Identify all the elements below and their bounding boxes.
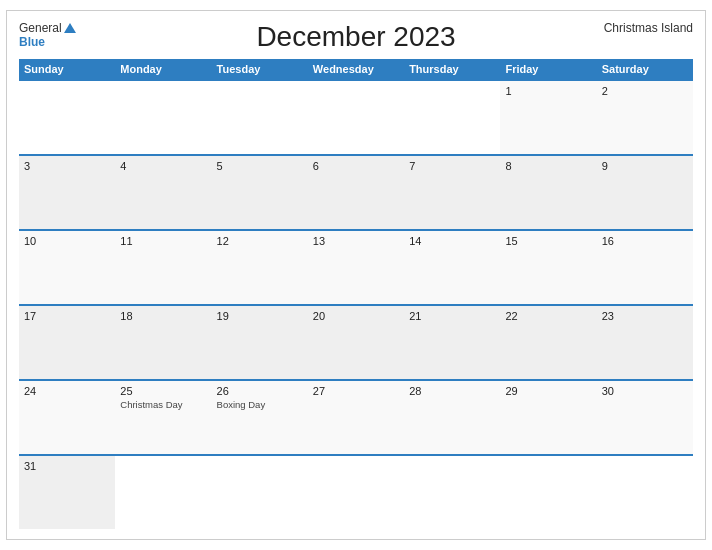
day-header-thursday: Thursday [404, 59, 500, 79]
day-cell [115, 456, 211, 529]
day-cell: 11 [115, 231, 211, 304]
day-cell: 31 [19, 456, 115, 529]
day-cell: 25Christmas Day [115, 381, 211, 454]
day-number: 1 [505, 85, 591, 97]
day-cell: 13 [308, 231, 404, 304]
calendar-region: Christmas Island [604, 21, 693, 35]
day-number: 24 [24, 385, 110, 397]
day-number: 6 [313, 160, 399, 172]
day-cell: 28 [404, 381, 500, 454]
day-header-tuesday: Tuesday [212, 59, 308, 79]
logo-triangle-icon [64, 23, 76, 33]
calendar-title: December 2023 [256, 21, 455, 53]
day-number: 14 [409, 235, 495, 247]
day-cell: 6 [308, 156, 404, 229]
day-number: 13 [313, 235, 399, 247]
day-cell: 8 [500, 156, 596, 229]
day-number: 12 [217, 235, 303, 247]
calendar-grid: 1234567891011121314151617181920212223242… [19, 79, 693, 529]
day-cell: 15 [500, 231, 596, 304]
day-number: 10 [24, 235, 110, 247]
logo-general-text: General [19, 21, 62, 35]
day-number: 5 [217, 160, 303, 172]
day-cell [308, 456, 404, 529]
day-cell [404, 81, 500, 154]
day-cell [308, 81, 404, 154]
day-number: 9 [602, 160, 688, 172]
day-cell [212, 456, 308, 529]
day-header-saturday: Saturday [597, 59, 693, 79]
day-header-wednesday: Wednesday [308, 59, 404, 79]
day-number: 7 [409, 160, 495, 172]
day-number: 31 [24, 460, 110, 472]
day-cell: 10 [19, 231, 115, 304]
day-cell: 19 [212, 306, 308, 379]
logo-blue-text: Blue [19, 35, 45, 49]
day-cell: 26Boxing Day [212, 381, 308, 454]
day-cell: 9 [597, 156, 693, 229]
day-cell: 21 [404, 306, 500, 379]
day-number: 15 [505, 235, 591, 247]
day-number: 16 [602, 235, 688, 247]
day-event: Boxing Day [217, 399, 303, 410]
calendar: General Blue December 2023 Christmas Isl… [6, 10, 706, 540]
day-header-sunday: Sunday [19, 59, 115, 79]
week-row-1: 12 [19, 79, 693, 154]
day-number: 4 [120, 160, 206, 172]
day-number: 19 [217, 310, 303, 322]
week-row-3: 10111213141516 [19, 229, 693, 304]
day-cell: 24 [19, 381, 115, 454]
day-number: 28 [409, 385, 495, 397]
day-number: 11 [120, 235, 206, 247]
day-cell: 17 [19, 306, 115, 379]
day-cell: 2 [597, 81, 693, 154]
day-number: 18 [120, 310, 206, 322]
day-cell [19, 81, 115, 154]
day-number: 29 [505, 385, 591, 397]
day-cell: 29 [500, 381, 596, 454]
day-number: 25 [120, 385, 206, 397]
day-cell: 16 [597, 231, 693, 304]
day-cell: 27 [308, 381, 404, 454]
day-number: 21 [409, 310, 495, 322]
day-cell: 7 [404, 156, 500, 229]
day-cell: 20 [308, 306, 404, 379]
day-cell [115, 81, 211, 154]
week-row-2: 3456789 [19, 154, 693, 229]
day-number: 22 [505, 310, 591, 322]
week-row-4: 17181920212223 [19, 304, 693, 379]
day-event: Christmas Day [120, 399, 206, 410]
day-number: 3 [24, 160, 110, 172]
day-header-monday: Monday [115, 59, 211, 79]
day-cell: 5 [212, 156, 308, 229]
day-cell: 12 [212, 231, 308, 304]
day-header-friday: Friday [500, 59, 596, 79]
day-headers-row: SundayMondayTuesdayWednesdayThursdayFrid… [19, 59, 693, 79]
calendar-header: General Blue December 2023 Christmas Isl… [19, 21, 693, 53]
day-cell: 3 [19, 156, 115, 229]
day-number: 23 [602, 310, 688, 322]
day-number: 27 [313, 385, 399, 397]
day-cell [500, 456, 596, 529]
day-number: 26 [217, 385, 303, 397]
day-cell: 1 [500, 81, 596, 154]
day-number: 20 [313, 310, 399, 322]
day-number: 30 [602, 385, 688, 397]
day-cell: 30 [597, 381, 693, 454]
day-cell [212, 81, 308, 154]
day-cell: 18 [115, 306, 211, 379]
day-cell: 23 [597, 306, 693, 379]
day-number: 17 [24, 310, 110, 322]
logo: General Blue [19, 21, 76, 50]
day-number: 2 [602, 85, 688, 97]
day-cell: 22 [500, 306, 596, 379]
week-row-5: 2425Christmas Day26Boxing Day27282930 [19, 379, 693, 454]
day-cell [404, 456, 500, 529]
day-cell [597, 456, 693, 529]
week-row-6: 31 [19, 454, 693, 529]
day-cell: 4 [115, 156, 211, 229]
day-cell: 14 [404, 231, 500, 304]
day-number: 8 [505, 160, 591, 172]
